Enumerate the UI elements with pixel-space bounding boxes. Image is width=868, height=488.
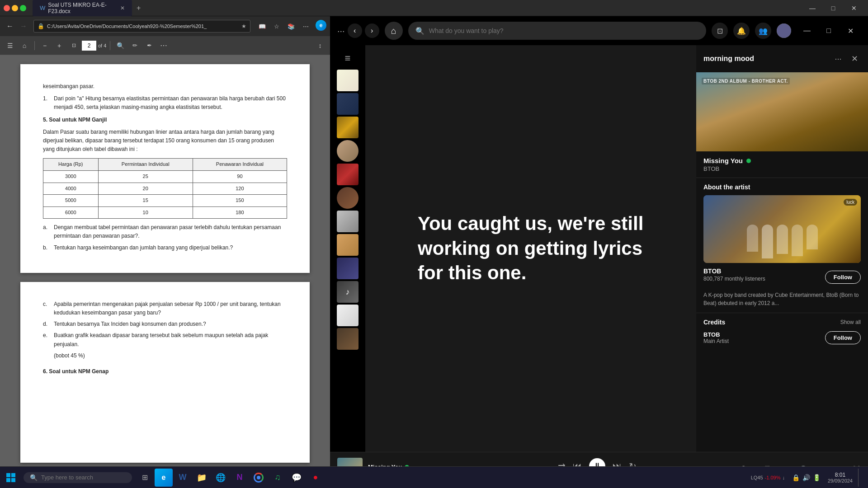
sp-playlist-item-4[interactable] [337,140,359,162]
doc-text-keseimbangan: keseimbangan pasar. [43,82,287,91]
sp-playlist-item-6[interactable] [337,187,359,209]
taskbar-search[interactable]: 🔍 [24,472,132,483]
tab-close-icon[interactable]: ✕ [120,5,125,11]
address-bar-input[interactable]: 🔒 C:/Users/Avita/OneDrive/Documents/Cool… [33,20,250,33]
sp-playlist-item-2[interactable] [337,93,359,115]
sp-playlist-item-8[interactable] [337,234,359,256]
sp-minimize-btn[interactable]: — [797,23,817,39]
tray-icons[interactable]: 🔒 🔊 🔋 [792,474,821,481]
sp-playlist-item-3[interactable] [337,117,359,138]
new-tab-button[interactable]: + [137,4,141,12]
sp-forward-btn[interactable]: › [365,23,379,38]
zoom-out-btn[interactable]: − [38,39,51,52]
sp-avatar[interactable] [777,23,791,38]
taskbar-whatsapp[interactable]: 💬 [288,469,306,487]
tray-clock: 8:01 29/09/2024 [828,472,853,483]
sp-track-artist: BTOB [703,165,751,172]
doc-item-c: c. Apabila pemerintan mengenakan pajak p… [43,300,287,317]
zoom-in-btn[interactable]: + [53,39,66,52]
soal5-header: 5. Soal untuk NPM Ganjil [43,116,287,124]
sp-album-label: BTOB 2ND ALBUM - BROTHER ACT. [702,78,790,84]
sp-playlist-item-9[interactable] [337,258,359,279]
minimize-button[interactable]: — [802,0,823,16]
doc-scroll-area[interactable]: keseimbangan pasar. 1. Dari poin "a" Hit… [0,55,330,488]
doc-tab[interactable]: W Soal UTS MIKRO EA-E-F23.docx ✕ [33,0,132,16]
sp-search-icon: 🔍 [415,27,425,35]
collections-btn[interactable]: 📚 [285,20,297,33]
taskbar-chrome[interactable] [250,469,268,487]
soal5-body: Dalam Pasar suatu barang memiliki hubung… [43,128,287,154]
taskbar-app-9[interactable]: ● [307,469,325,487]
sp-playlist-item-1[interactable] [337,70,359,91]
sp-notification-btn[interactable]: 🔔 [733,23,750,39]
taskbar-search-input[interactable] [41,474,123,481]
sp-credit-role: Main Artist [703,338,729,344]
table-header-harga: Harga (Rp) [43,159,99,171]
taskbar-task-view[interactable]: ⊞ [136,469,154,487]
sp-friends-btn[interactable]: 👥 [755,23,771,39]
lyrics-working-message: You caught us, we're still working on ge… [418,211,644,286]
tray-show-desktop[interactable] [858,469,861,487]
sp-search-bar[interactable]: 🔍 [408,22,706,40]
maximize-button[interactable]: □ [823,0,844,16]
draw-btn[interactable]: ✒ [143,39,156,52]
table-row: 30002590 [43,170,287,183]
sp-maximize-btn[interactable]: □ [818,23,839,39]
table-row: 500015150 [43,195,287,207]
sp-credit-item: BTOB Main Artist Follow [703,331,861,344]
doc-bobot: (bobot 45 %) [54,352,287,360]
table-header-permintaan: Permintaan Individual [98,159,193,171]
sp-follow-credit-btn[interactable]: Follow [825,331,861,344]
sp-playing-indicator [746,159,751,163]
scroll-down-btn[interactable]: ↕ [314,39,326,52]
taskbar-edge[interactable]: e [155,469,173,487]
more-btn[interactable]: ⋯ [299,20,312,33]
search-doc-btn[interactable]: 🔍 [114,39,127,52]
sp-playlist-item-7[interactable] [337,211,359,232]
doc-item-b: b. Tentukan harga keseimbangan dan jumla… [43,244,287,252]
sp-close-btn[interactable]: ✕ [840,23,861,39]
nav-menu-btn[interactable]: ☰ [4,39,16,52]
address-text: C:/Users/Avita/OneDrive/Documents/Coolye… [47,23,207,29]
sp-artist-image[interactable]: luck [703,195,861,263]
home-btn[interactable]: ⌂ [18,39,31,52]
sp-playlist-item-12[interactable] [337,328,359,350]
sp-home-btn[interactable]: ⌂ [385,22,403,40]
sp-album-cover[interactable]: BTOB 2ND ALBUM - BROTHER ACT. [696,72,868,151]
back-btn[interactable]: ← [4,20,16,33]
forward-btn[interactable]: → [17,20,30,33]
sp-search-input[interactable] [429,27,699,34]
sp-playlist-item-11[interactable] [337,305,359,326]
sp-about-artist-title: About the artist [703,183,861,191]
sp-credit-name: BTOB [703,331,729,338]
page-of-label: of 4 [98,43,106,48]
more-tools-btn[interactable]: ⋯ [157,39,170,52]
sp-artist-listeners: 800,787 monthly listeners [703,276,765,282]
taskbar-onenote[interactable]: N [231,469,249,487]
favorites-btn[interactable]: ☆ [270,20,283,33]
taskbar-word[interactable]: W [174,469,192,487]
page-number-input[interactable] [82,41,96,51]
taskbar-spotify[interactable]: ♫ [269,469,287,487]
sp-library-btn[interactable]: ≡ [345,52,351,64]
sp-more-btn[interactable]: ··· [337,23,345,38]
sp-show-all-btn[interactable]: Show all [840,319,861,325]
edge-icon: e [316,20,326,31]
start-button[interactable] [0,467,22,488]
doc-item-a: a. Dengan membuat tabel permintaan dan p… [43,223,287,240]
reader-view-btn[interactable]: 📖 [256,20,269,33]
fit-page-btn[interactable]: ⊡ [67,39,80,52]
sp-panel-more-btn[interactable]: ··· [832,52,844,65]
sp-panel-close-btn[interactable]: ✕ [848,52,861,65]
taskbar-file-explorer[interactable]: 📁 [193,469,211,487]
sp-back-btn[interactable]: ‹ [348,23,362,38]
sp-miniplayer-btn[interactable]: ⊡ [712,23,728,39]
close-button[interactable]: ✕ [844,0,864,16]
sp-follow-artist-btn[interactable]: Follow [825,271,861,284]
sp-playlist-item-10[interactable]: ♪ [337,281,359,303]
bookmark-icon[interactable]: ★ [241,23,246,29]
taskbar-browser[interactable]: 🌐 [212,469,230,487]
sp-playlist-item-5[interactable] [337,164,359,185]
economics-table: Harga (Rp) Permintaan Individual Penawar… [43,158,287,219]
highlight-btn[interactable]: ✏ [128,39,141,52]
